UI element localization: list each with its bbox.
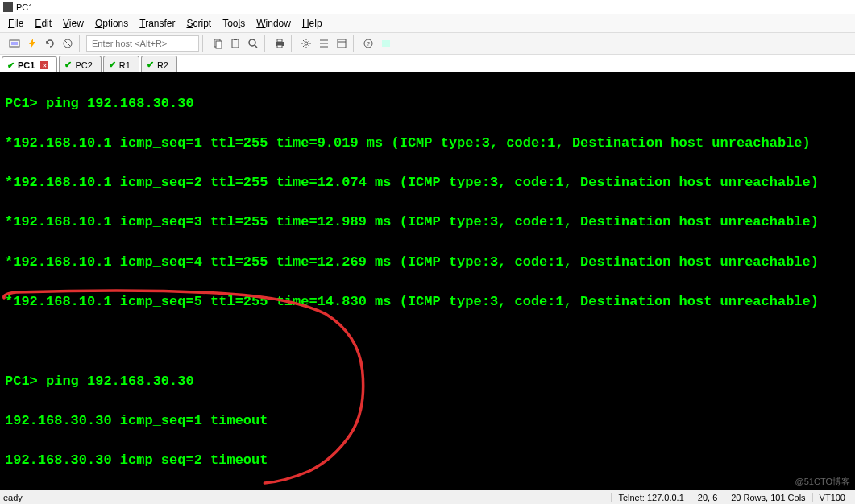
find-button[interactable] (245, 35, 261, 52)
paste-button[interactable] (227, 35, 243, 52)
status-connection: Telnet: 127.0.0.1 (611, 493, 690, 502)
menu-transfer[interactable]: Transfer (135, 16, 180, 31)
toolbar-group-clipboard (206, 35, 265, 52)
status-size: 20 Rows, 101 Cols (724, 493, 811, 502)
paste-icon (230, 38, 241, 49)
tab-label: R2 (157, 60, 168, 70)
svg-point-8 (249, 39, 255, 46)
terminal-line: PC1> ping 192.168.30.30 (5, 94, 850, 114)
print-button[interactable] (272, 35, 288, 52)
list-icon (318, 38, 330, 49)
svg-line-9 (255, 45, 257, 48)
tab-pc1[interactable]: ✔ PC1 × (2, 56, 57, 72)
toggle-icon (380, 38, 392, 49)
svg-text:?: ? (367, 40, 371, 48)
svg-line-3 (65, 41, 70, 46)
new-session-button[interactable] (334, 35, 350, 52)
toggle-button[interactable] (378, 35, 394, 52)
status-bar: eady Telnet: 127.0.0.1 20, 6 20 Rows, 10… (0, 490, 855, 504)
help-icon: ? (363, 38, 374, 49)
toolbar: ? (0, 32, 855, 55)
terminal-line: *192.168.10.1 icmp_seq=3 ttl=255 time=12… (5, 213, 850, 233)
quick-connect-button[interactable] (24, 35, 40, 52)
check-icon: ✔ (64, 60, 72, 70)
terminal-line: *192.168.10.1 icmp_seq=1 ttl=255 time=9.… (5, 134, 850, 154)
terminal[interactable]: PC1> ping 192.168.30.30 *192.168.10.1 ic… (0, 72, 855, 490)
print-icon (274, 38, 285, 49)
search-icon (247, 38, 259, 49)
disconnect-icon (62, 38, 73, 49)
copy-icon (212, 38, 223, 49)
menu-options[interactable]: Options (90, 16, 133, 31)
terminal-line: PC1> ping 192.168.30.30 (5, 372, 850, 392)
properties-button[interactable] (298, 35, 314, 52)
reconnect-button[interactable] (42, 35, 58, 52)
svg-point-13 (305, 42, 308, 45)
status-ready: eady (3, 493, 611, 502)
tab-bar: ✔ PC1 × ✔ PC2 ✔ R1 ✔ R2 (0, 55, 855, 72)
host-input[interactable] (86, 35, 199, 52)
svg-rect-1 (11, 42, 18, 45)
terminal-line: 192.168.30.30 icmp_seq=1 timeout (5, 411, 850, 432)
status-right: Telnet: 127.0.0.1 20, 6 20 Rows, 101 Col… (611, 493, 852, 502)
help-button[interactable]: ? (360, 35, 376, 52)
terminal-line: *192.168.10.1 icmp_seq=5 ttl=255 time=14… (5, 292, 850, 312)
title-bar: PC1 (0, 0, 855, 14)
toolbar-group-print (268, 35, 292, 52)
window-title: PC1 (16, 2, 33, 12)
connect-button[interactable] (6, 35, 23, 52)
terminal-line: *192.168.10.1 icmp_seq=2 ttl=255 time=12… (5, 173, 850, 193)
tab-pc2[interactable]: ✔ PC2 (59, 56, 101, 72)
status-cursor: 20, 6 (691, 493, 724, 502)
tab-label: R1 (119, 60, 131, 70)
menu-file[interactable]: File (3, 16, 28, 31)
tab-label: PC1 (18, 60, 35, 70)
app-icon (3, 2, 13, 12)
copy-button[interactable] (210, 35, 226, 52)
disconnect-button[interactable] (60, 35, 76, 52)
terminal-line: 192.168.30.30 icmp_seq=2 timeout (5, 451, 850, 471)
svg-rect-21 (382, 40, 390, 47)
menu-help[interactable]: Help (297, 16, 327, 31)
terminal-line (5, 332, 850, 352)
svg-rect-12 (277, 45, 282, 48)
menu-view[interactable]: View (58, 16, 89, 31)
toolbar-group-host (83, 35, 203, 52)
toolbar-group-options (295, 35, 354, 52)
connect-icon (9, 38, 20, 49)
menu-script[interactable]: Script (182, 16, 217, 31)
terminal-line: *192.168.10.1 icmp_seq=4 ttl=255 time=12… (5, 253, 850, 273)
tab-label: PC2 (75, 60, 92, 70)
close-icon[interactable]: × (40, 61, 48, 69)
session-options-button[interactable] (316, 35, 332, 52)
svg-rect-17 (338, 39, 346, 48)
check-icon: ✔ (7, 60, 15, 71)
menu-tools[interactable]: Tools (218, 16, 250, 31)
reconnect-icon (44, 38, 56, 49)
svg-rect-7 (234, 39, 237, 40)
gear-icon (301, 38, 312, 49)
watermark: @51CTO博客 (795, 476, 850, 488)
tab-r1[interactable]: ✔ R1 (103, 56, 139, 72)
menu-window[interactable]: Window (251, 16, 296, 31)
svg-rect-6 (232, 39, 239, 48)
svg-rect-5 (216, 41, 222, 48)
toolbar-group-connect (3, 35, 80, 52)
check-icon: ✔ (109, 60, 116, 70)
status-emulation: VT100 (812, 493, 852, 502)
toolbar-group-help: ? (357, 35, 397, 52)
menu-bar: File Edit View Options Transfer Script T… (0, 14, 855, 32)
check-icon: ✔ (147, 60, 154, 70)
svg-rect-11 (277, 39, 282, 42)
lightning-icon (27, 38, 38, 49)
menu-edit[interactable]: Edit (30, 16, 56, 31)
tab-r2[interactable]: ✔ R2 (141, 56, 177, 72)
window-icon (336, 38, 347, 49)
